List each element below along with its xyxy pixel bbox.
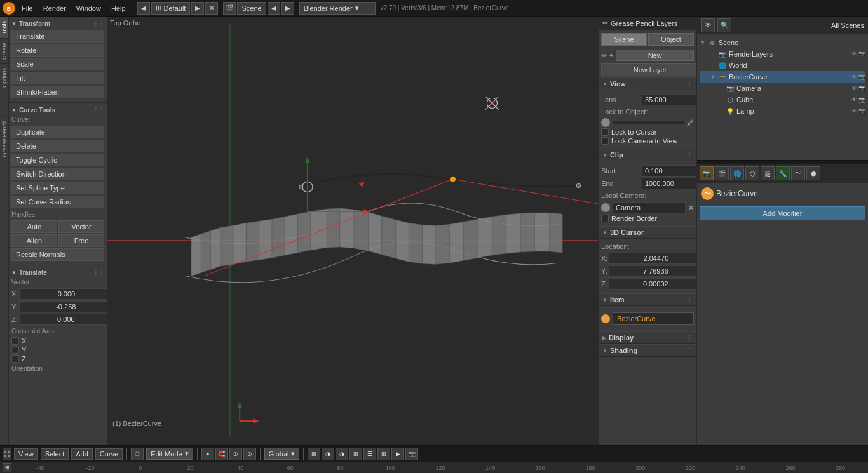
cursor-section-header[interactable]: ▼ 3D Cursor ⋮⋮ [599, 226, 696, 239]
duplicate-btn[interactable]: Duplicate [11, 126, 104, 138]
cube-render-icon[interactable]: 📷 [858, 97, 865, 103]
overlay-btn[interactable]: ☰ [363, 448, 376, 460]
object-props-icon[interactable]: ⬡ [745, 166, 759, 180]
start-input[interactable] [642, 165, 696, 177]
bezier-render-icon[interactable]: 📷 [858, 74, 865, 80]
axis-y-checkbox[interactable] [11, 346, 19, 354]
props-icon-search[interactable]: 🔍 [717, 18, 731, 32]
lamp-eye-icon[interactable]: 👁 [851, 108, 857, 114]
add-modifier-btn[interactable]: Add Modifier [700, 206, 865, 220]
tree-renderlayers[interactable]: 📷 RenderLayers 👁 📷 [700, 48, 865, 60]
data-props-icon[interactable]: 〜 [791, 166, 805, 180]
shrink-flatten-btn[interactable]: Shrink/Flatten [11, 86, 104, 98]
lock-cursor-checkbox[interactable] [601, 128, 609, 136]
mode-icon[interactable]: ⬡ [131, 448, 144, 460]
rotate-btn[interactable]: Rotate [11, 44, 104, 57]
transform-header[interactable]: ▼ Transform ⋮⋮ [11, 19, 104, 29]
auto-btn[interactable]: Auto [11, 220, 57, 233]
y-input[interactable] [19, 301, 107, 312]
new-btn[interactable]: New [616, 50, 694, 61]
render-border-checkbox[interactable] [601, 215, 609, 222]
tree-lamp[interactable]: 💡 Lamp 👁 📷 [700, 105, 865, 117]
cursor-x-input[interactable] [609, 253, 696, 264]
translate-panel-header[interactable]: ▼ Translate ⋮⋮ [11, 268, 104, 277]
object-btn[interactable]: Object [648, 33, 694, 46]
engine-selector[interactable]: Blender Render ▾ [299, 2, 376, 15]
modifier-props-icon[interactable]: 🔧 [776, 166, 790, 180]
mode-selector[interactable]: Edit Mode ▾ [146, 448, 193, 460]
item-section-header[interactable]: ▼ Item ⋮⋮ [599, 293, 696, 306]
tilt-btn[interactable]: Tilt [11, 72, 104, 84]
snap-btn[interactable]: 🧲 [215, 448, 228, 460]
camera-view-btn[interactable]: 📷 [405, 448, 418, 460]
free-btn[interactable]: Free [58, 234, 104, 247]
blender-logo[interactable]: B [3, 2, 15, 15]
switch-direction-btn[interactable]: Switch Direction [11, 168, 104, 180]
toggle-cyclic-btn[interactable]: Toggle Cyclic [11, 154, 104, 166]
bezier-name-input[interactable] [613, 312, 694, 325]
axis-z-checkbox[interactable] [11, 355, 19, 363]
new-layer-btn[interactable]: New Layer [601, 63, 696, 76]
view-menu-btn[interactable]: View [14, 448, 38, 460]
proportional-btn[interactable]: ⊙ [229, 448, 242, 460]
cursor-z-input[interactable] [609, 278, 696, 290]
props-icon-view[interactable]: 👁 [701, 18, 715, 32]
curve-menu-btn[interactable]: Curve [95, 448, 123, 460]
select-menu-btn[interactable]: Select [41, 448, 69, 460]
render-props-icon[interactable]: 📷 [700, 166, 714, 180]
cursor-y-input[interactable] [609, 265, 696, 277]
workspace-close-btn[interactable]: ✕ [205, 2, 218, 15]
clip-section-header[interactable]: ▼ Clip ⋮⋮ [599, 149, 696, 161]
bezier-eye-icon[interactable]: 👁 [851, 74, 857, 80]
material-props-icon[interactable]: ⬟ [806, 166, 820, 180]
scene-next[interactable]: ▶ [281, 2, 294, 15]
tab-create[interactable]: Create [0, 38, 8, 63]
menu-file[interactable]: File [18, 3, 37, 13]
recalc-normals-btn[interactable]: Recalc Normals [11, 248, 104, 261]
viewport-3d[interactable]: Top Ortho (1) BezierCurve [107, 17, 598, 445]
x-input[interactable] [19, 288, 107, 300]
align-btn[interactable]: Align [11, 234, 57, 247]
shading-btn[interactable]: ◑ [322, 448, 334, 460]
camera-close-btn[interactable]: ✕ [688, 204, 694, 212]
tree-scene[interactable]: ▼ ⊕ Scene [700, 37, 865, 48]
tab-tools[interactable]: Tools [0, 17, 8, 38]
tab-grease-pencil[interactable]: Grease Pencil [0, 117, 8, 161]
game-btn[interactable]: ▶ [391, 448, 404, 460]
translate-btn[interactable]: Translate [11, 30, 104, 43]
cube-eye-icon[interactable]: 👁 [851, 97, 857, 103]
proportional2-btn[interactable]: ⊙ [243, 448, 256, 460]
timeline-icon[interactable]: ⊞ [3, 463, 11, 472]
view-section-header[interactable]: ▼ View ⋮⋮ [599, 77, 696, 90]
curve-tools-header[interactable]: ▼ Curve Tools ⋮⋮ [11, 105, 104, 115]
workspace-next-btn[interactable]: ▶ [191, 2, 204, 15]
tree-cube[interactable]: ⬡ Cube 👁 📷 [700, 94, 865, 105]
pivot-btn[interactable]: ● [201, 448, 214, 460]
axis-x-checkbox[interactable] [11, 337, 19, 345]
menu-help[interactable]: Help [107, 3, 130, 13]
lock-camera-checkbox[interactable] [601, 137, 609, 145]
shading-section-header[interactable]: ▼ Shading ⋮⋮ [599, 344, 696, 357]
global-selector[interactable]: Global ▾ [264, 448, 300, 460]
display-section-header[interactable]: ▶ Display ⋮⋮ [599, 331, 696, 344]
world-props-icon[interactable]: 🌐 [730, 166, 744, 180]
z-input[interactable] [19, 314, 107, 325]
delete-btn[interactable]: Delete [11, 140, 104, 152]
lock-object-pick-btn[interactable]: 🖉 [687, 119, 694, 126]
all-scenes-label[interactable]: All Scenes [831, 22, 864, 29]
lamp-render-icon[interactable]: 📷 [858, 108, 865, 114]
shading2-btn[interactable]: ◑ [336, 448, 348, 460]
set-curve-radius-btn[interactable]: Set Curve Radius [11, 196, 104, 208]
scene-prev[interactable]: ◀ [268, 2, 280, 15]
scene-selector[interactable]: Scene [237, 2, 266, 15]
scale-btn[interactable]: Scale [11, 58, 104, 70]
tree-bezier[interactable]: ▼ 〜 BezierCurve 👁 📷 [700, 71, 865, 83]
tab-options[interactable]: Options [0, 63, 8, 91]
end-input[interactable] [642, 178, 696, 189]
grid-btn[interactable]: ⊞ [349, 448, 362, 460]
layer-btn[interactable]: ⊞ [308, 448, 320, 460]
menu-window[interactable]: Window [72, 3, 105, 13]
transform-btn[interactable]: ⊞ [377, 448, 390, 460]
vector-btn[interactable]: Vector [58, 220, 104, 233]
lens-input[interactable] [642, 94, 696, 105]
